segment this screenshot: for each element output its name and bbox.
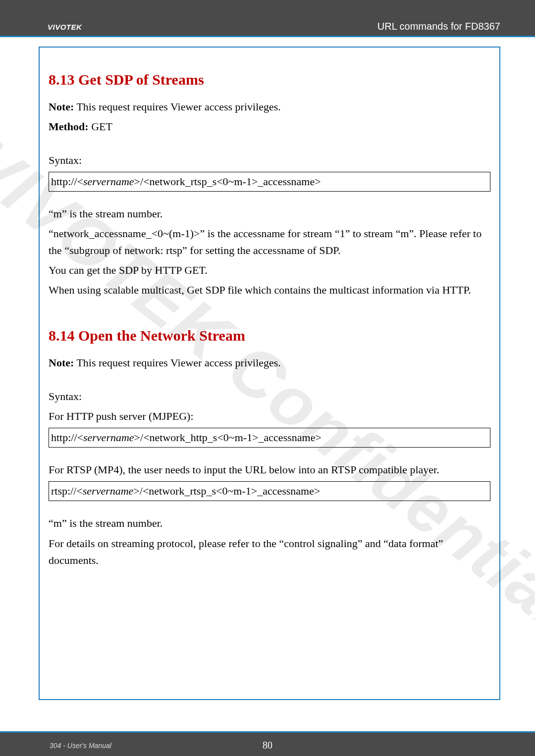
rtsp-servername: servername	[83, 485, 134, 497]
footer-band: 304 - User's Manual 80	[0, 731, 535, 756]
s1-p2: “network_accessname_<0~(m-1)>” is the ac…	[49, 225, 490, 259]
brand-logo: VIVOTEK	[48, 23, 82, 31]
http-suffix: >/<network_http_s<0~m-1>_accessname>	[134, 431, 321, 444]
rtsp-suffix: >/<network_rtsp_s<0~m-1>_accessname>	[133, 485, 320, 497]
s2-p2: For details on streaming protocol, pleas…	[49, 535, 490, 569]
page: VIVOTEK URL commands for FD8367 VIVOTEK …	[0, 0, 535, 756]
section-heading-8-14: 8.14 Open the Network Stream	[49, 324, 490, 348]
rtsp-label: For RTSP (MP4), the user needs to input …	[49, 461, 490, 478]
note-label-2: Note:	[49, 356, 74, 369]
note-text-2: This request requires Viewer access priv…	[74, 356, 281, 369]
method-label: Method:	[49, 120, 89, 133]
syntax-label-2: Syntax:	[49, 388, 490, 405]
note-text: This request requires Viewer access priv…	[74, 101, 281, 113]
footer-page-number: 80	[263, 740, 272, 751]
note-line-2: Note: This request requires Viewer acces…	[49, 354, 490, 371]
method-text: GET	[89, 120, 112, 133]
header-band: VIVOTEK URL commands for FD8367	[0, 0, 535, 37]
header-title: URL commands for FD8367	[377, 21, 500, 32]
s1-p3: You can get the SDP by HTTP GET.	[49, 262, 490, 279]
s1-p1: “m” is the stream number.	[49, 205, 490, 222]
method-line: Method: GET	[49, 118, 490, 135]
http-push-label: For HTTP push server (MJPEG):	[49, 408, 490, 425]
s1-p4: When using scalable multicast, Get SDP f…	[49, 282, 490, 299]
note-line-1: Note: This request requires Viewer acces…	[49, 99, 490, 115]
http-prefix: http://<	[51, 431, 83, 444]
syntax-box-http: http://<servername>/<network_http_s<0~m-…	[49, 428, 490, 448]
syntax-servername: servername	[83, 175, 134, 188]
syntax-box-sdp: http://<servername>/<network_rtsp_s<0~m-…	[49, 172, 490, 192]
http-servername: servername	[83, 431, 134, 444]
syntax-box-rtsp: rtsp://<servername>/<network_rtsp_s<0~m-…	[49, 481, 490, 501]
rtsp-prefix: rtsp://<	[51, 485, 83, 497]
note-label: Note:	[49, 101, 74, 113]
syntax-label-1: Syntax:	[49, 152, 490, 169]
footer-left: 304 - User's Manual	[50, 742, 111, 750]
syntax-prefix: http://<	[51, 175, 83, 188]
section-heading-8-13: 8.13 Get SDP of Streams	[49, 68, 490, 92]
content-frame: VIVOTEK Confidential 8.13 Get SDP of Str…	[39, 47, 500, 700]
syntax-suffix: >/<network_rtsp_s<0~m-1>_accessname>	[134, 175, 321, 188]
content: 8.13 Get SDP of Streams Note: This reque…	[49, 68, 490, 569]
s2-p1: “m” is the stream number.	[49, 515, 490, 532]
